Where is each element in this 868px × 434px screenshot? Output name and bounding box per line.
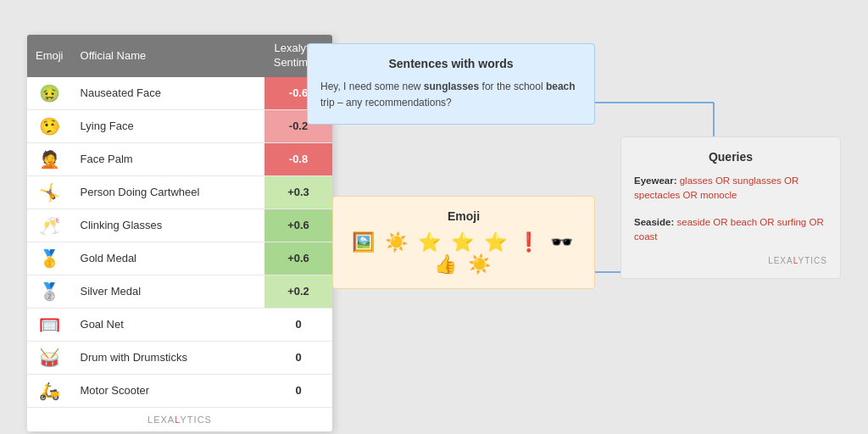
scene: Emoji Official Name LexalyticsSentiment … [27,18,841,416]
query-seaside: Seaside: seaside OR beach OR surfing OR … [634,215,827,245]
emoji-cell: 🤥 [27,109,72,142]
table-card: Emoji Official Name LexalyticsSentiment … [27,35,332,431]
emoji-cell: 🤸 [27,175,72,209]
emoji-cell: 🥂 [27,209,72,242]
table-row: 🛵Motor Scooter0 [27,374,332,407]
query-seaside-label: Seaside: [634,217,677,227]
table-footer: LEXALYTICS [27,408,332,431]
table-row: 🥅Goal Net0 [27,308,332,341]
emoji-cell: 🥅 [27,308,72,341]
name-cell: Gold Medal [72,242,264,275]
lexa-logo-table: LEXALYTICS [147,415,212,425]
table-row: 🤥Lying Face-0.2 [27,109,332,142]
bold-sunglasses: sunglasses [424,81,479,92]
table-row: 🥇Gold Medal+0.6 [27,242,332,275]
sentences-box: Sentences with words Hey, I need some ne… [307,43,595,125]
bold-beach: beach [546,81,576,92]
name-cell: Silver Medal [72,275,264,308]
emoji-cell: 🛵 [27,374,72,407]
right-panel: Sentences with words Hey, I need some ne… [307,18,841,408]
queries-footer: LEXALYTICS [634,256,827,265]
name-cell: Lying Face [72,109,264,142]
queries-box: Queries Eyewear: glasses OR sunglasses O… [620,136,841,279]
emoji-cell: 🤦 [27,142,72,175]
emoji-box: Emoji 🖼️ ☀️ ⭐ ⭐ ⭐ ❗ 🕶️ 👍 ☀️ [332,196,595,289]
sentences-text: Hey, I need some new sunglasses for the … [320,79,581,111]
table-row: 🤸Person Doing Cartwheel+0.3 [27,175,332,209]
query-eyewear-label: Eyewear: [634,175,680,186]
name-cell: Face Palm [72,142,264,175]
name-cell: Motor Scooter [72,374,264,407]
name-cell: Person Doing Cartwheel [72,175,264,209]
table-row: 🥁Drum with Drumsticks0 [27,341,332,374]
emoji-cell: 🤢 [27,77,72,110]
table-row: 🤢Nauseated Face-0.6 [27,77,332,110]
emoji-table: Emoji Official Name LexalyticsSentiment … [27,35,332,408]
name-cell: Clinking Glasses [72,209,264,242]
table-row: 🥈Silver Medal+0.2 [27,275,332,308]
col-header-name: Official Name [72,35,264,77]
table-row: 🥂Clinking Glasses+0.6 [27,209,332,242]
queries-title: Queries [634,150,827,164]
col-header-emoji: Emoji [27,35,72,77]
emoji-cell: 🥁 [27,341,72,374]
name-cell: Goal Net [72,308,264,341]
name-cell: Drum with Drumsticks [72,341,264,374]
query-eyewear: Eyewear: glasses OR sunglasses OR specta… [634,174,827,203]
table-row: 🤦Face Palm-0.8 [27,142,332,175]
emoji-cell: 🥇 [27,242,72,275]
sentences-title: Sentences with words [320,57,581,70]
emoji-row: 🖼️ ☀️ ⭐ ⭐ ⭐ ❗ 🕶️ 👍 ☀️ [346,231,581,275]
name-cell: Nauseated Face [72,77,264,110]
emoji-cell: 🥈 [27,275,72,308]
emoji-box-title: Emoji [346,209,581,223]
